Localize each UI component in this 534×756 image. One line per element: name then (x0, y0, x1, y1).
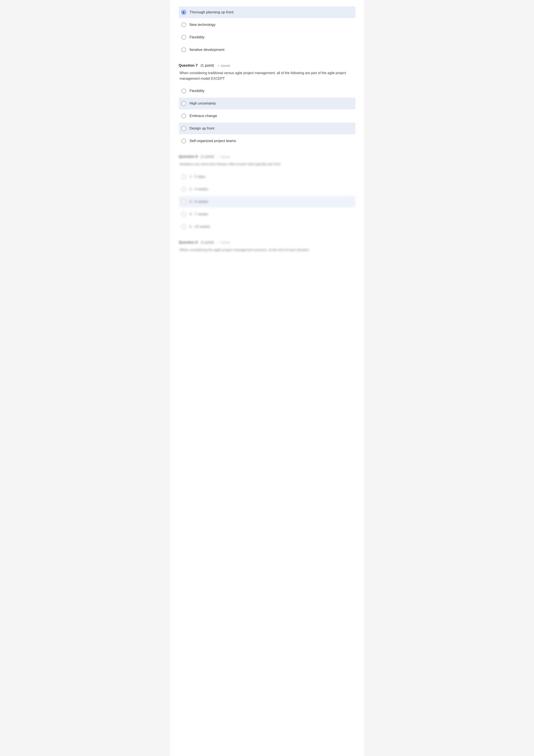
q7-option-4[interactable]: Design up front (179, 122, 355, 134)
question7-saved-label: Saved (221, 64, 230, 68)
q8-option-4: 4 - 7 weeks (179, 208, 355, 220)
q8-label-1: 1 - 5 days (190, 175, 206, 179)
question7-saved-badge: ✓ Saved (217, 64, 230, 68)
question9-body: When considering the agile project manag… (179, 247, 355, 253)
question8-saved-label: Saved (221, 155, 230, 159)
question9-saved-label: Saved (221, 240, 230, 244)
q8-option-2: 2 - 4 weeks (179, 183, 355, 195)
question8-saved-badge: ✓ Saved (217, 155, 230, 159)
question7-header: Question 7 (1 point) ✓ Saved (179, 63, 355, 68)
q6-option-2[interactable]: New technology (179, 19, 355, 31)
question8-checkmark-icon: ✓ (217, 155, 220, 158)
question8-options: 1 - 5 days 2 - 4 weeks 3 - 6 weeks 4 - 7… (179, 171, 355, 232)
q8-option-1: 1 - 5 days (179, 171, 355, 182)
q7-option-3[interactable]: Embrace change (179, 110, 355, 122)
question8-number: Question 8 (179, 154, 198, 159)
q8-option-5: 5 - 10 weeks (179, 221, 355, 232)
q7-radio-5 (181, 139, 186, 143)
question9-points: (1 point) (201, 240, 214, 245)
q7-option-2[interactable]: High uncertainty (179, 97, 355, 109)
question6-options: Thorough planning up front New technolog… (179, 7, 355, 56)
q6-label-1: Thorough planning up front (190, 10, 234, 14)
q7-radio-2 (181, 101, 186, 106)
q7-label-2: High uncertainty (190, 101, 216, 106)
q8-label-2: 2 - 4 weeks (190, 187, 208, 191)
question7-body: When considering traditional versus agil… (179, 70, 355, 81)
question8-points: (1 point) (201, 154, 214, 159)
q6-radio-3 (181, 35, 186, 40)
q6-label-3: Flexibility (190, 35, 205, 40)
q7-radio-4 (181, 126, 186, 131)
q6-label-4: Iterative development (190, 48, 225, 52)
q6-radio-1 (181, 10, 186, 15)
q6-option-1[interactable]: Thorough planning up front (179, 7, 355, 18)
q7-option-1[interactable]: Flexibility (179, 85, 355, 97)
q8-radio-4 (181, 212, 186, 217)
question8-header: Question 8 (1 point) ✓ Saved (179, 154, 355, 159)
q8-radio-5 (181, 224, 186, 229)
q8-radio-2 (181, 187, 186, 192)
q8-option-3: 3 - 6 weeks (179, 196, 355, 207)
q7-option-5[interactable]: Self-organized project teams (179, 135, 355, 147)
question7-number: Question 7 (179, 63, 198, 68)
q7-radio-3 (181, 114, 186, 118)
q7-radio-1 (181, 89, 186, 93)
q8-label-4: 4 - 7 weeks (190, 212, 208, 216)
q6-option-4[interactable]: Iterative development (179, 44, 355, 56)
question9-section: Question 9 (1 point) ✓ Saved When consid… (179, 240, 355, 253)
q7-label-1: Flexibility (190, 89, 205, 93)
question7-checkmark-icon: ✓ (217, 64, 220, 67)
q8-label-5: 5 - 10 weeks (190, 225, 210, 229)
q7-label-4: Design up front (190, 126, 214, 131)
q7-label-5: Self-organized project teams (190, 139, 236, 143)
question9-checkmark-icon: ✓ (217, 241, 220, 244)
question7-points: (1 point) (201, 63, 214, 68)
q6-label-2: New technology (190, 23, 216, 27)
question8-section: Question 8 (1 point) ✓ Saved Iterations … (179, 154, 355, 232)
question9-saved-badge: ✓ Saved (217, 240, 230, 244)
question8-body: Iterations are short time frames often k… (179, 161, 355, 167)
q6-radio-2 (181, 22, 186, 27)
q7-label-3: Embrace change (190, 114, 217, 118)
question7-options: Flexibility High uncertainty Embrace cha… (179, 85, 355, 147)
q6-option-3[interactable]: Flexibility (179, 32, 355, 43)
q8-radio-3 (181, 199, 186, 204)
q6-radio-4 (181, 47, 186, 52)
q8-label-3: 3 - 6 weeks (190, 200, 208, 204)
q8-radio-1 (181, 174, 186, 179)
question9-header: Question 9 (1 point) ✓ Saved (179, 240, 355, 245)
question7-section: Question 7 (1 point) ✓ Saved When consid… (179, 63, 355, 147)
page-wrapper: Thorough planning up front New technolog… (170, 0, 364, 756)
question9-number: Question 9 (179, 240, 198, 245)
